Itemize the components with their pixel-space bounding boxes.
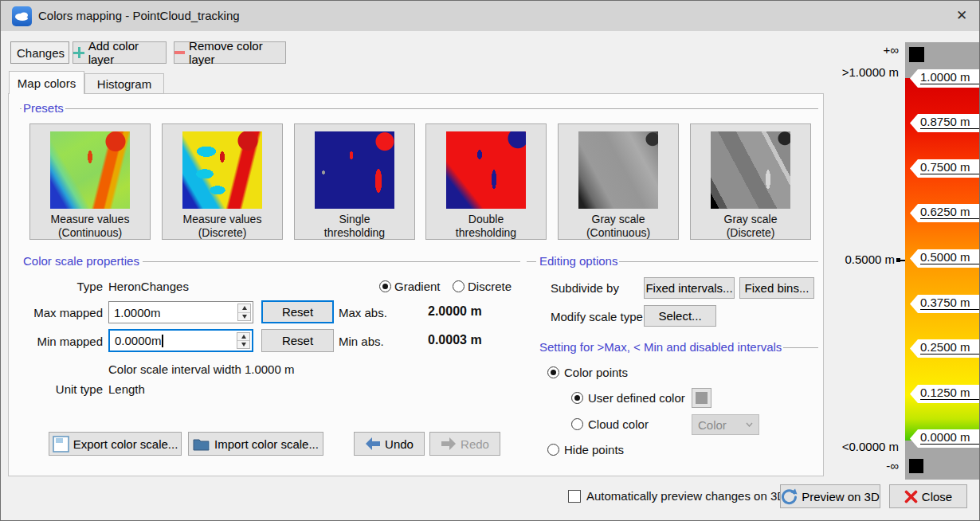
settings-group-label: Setting for >Max, < Min and disabled int… xyxy=(538,340,783,354)
subdivide-by-label: Subdivide by xyxy=(551,281,619,295)
scale-tick-0.1250[interactable]: 0.1250 m xyxy=(910,385,979,403)
min-mapped-value: 0.0000m xyxy=(115,334,161,347)
title-bar[interactable]: Colors mapping - PointCloud_tracking ✕ xyxy=(1,1,979,31)
scale-tick-label: 0.7500 m xyxy=(920,159,979,174)
scale-below-min-color-swatch[interactable] xyxy=(909,459,923,473)
max-abs-label: Max abs. xyxy=(339,306,387,319)
preset-single-thresholding[interactable]: Single thresholding xyxy=(294,123,415,240)
min-mapped-spinner[interactable] xyxy=(237,332,250,349)
min-abs-value: 0.0003 m xyxy=(428,333,482,347)
preset-thumbnail-measure-continuous xyxy=(50,131,130,209)
color-points-label: Color points xyxy=(564,366,628,379)
close-x-icon xyxy=(904,490,918,503)
unit-type-label: Unit type xyxy=(21,382,103,396)
tab-histogram[interactable]: Histogram xyxy=(84,73,164,94)
remove-color-layer-button[interactable]: Remove color layer xyxy=(174,41,286,64)
cloud-color-dropdown[interactable]: Color xyxy=(692,414,759,435)
cloud-color-label: Cloud color xyxy=(588,417,649,431)
properties-group-line xyxy=(143,261,520,262)
min-reset-button[interactable]: Reset xyxy=(261,329,334,352)
close-button-label: Close xyxy=(922,490,952,503)
changes-dropdown[interactable]: Changes xyxy=(10,41,69,64)
preset-caption: Gray scale xyxy=(691,213,810,225)
preset-measure-values-discrete[interactable]: Measure values (Discrete) xyxy=(162,123,283,240)
preview-on-3d-label: Preview on 3D xyxy=(802,490,880,503)
preview-on-3d-button[interactable]: Preview on 3D xyxy=(780,484,880,508)
scale-tick-0.0000[interactable]: 0.0000 m xyxy=(910,429,979,448)
scale-tick-label: 0.5000 m xyxy=(920,249,979,264)
scale-tick-0.7500[interactable]: 0.7500 m xyxy=(910,159,979,178)
discrete-radio-label: Discrete xyxy=(468,280,512,293)
preset-caption: thresholding xyxy=(426,226,546,239)
select-button[interactable]: Select... xyxy=(644,305,716,327)
auto-preview-label: Automatically preview changes on 3D xyxy=(586,489,786,503)
hide-points-radio[interactable] xyxy=(547,444,559,456)
spin-down-icon[interactable] xyxy=(238,313,250,321)
cloud-color-radio[interactable] xyxy=(571,418,583,430)
max-reset-button[interactable]: Reset xyxy=(261,300,334,323)
max-mapped-spinner[interactable] xyxy=(237,304,251,321)
close-button[interactable]: Close xyxy=(889,484,967,508)
spin-down-icon[interactable] xyxy=(237,341,249,348)
scale-above-max-color-swatch[interactable] xyxy=(909,47,924,62)
scale-tick-0.8750[interactable]: 0.8750 m xyxy=(910,114,979,132)
fixed-intervals-button[interactable]: Fixed intervals... xyxy=(644,277,735,299)
import-color-scale-button[interactable]: Import color scale... xyxy=(188,432,323,456)
preset-gray-scale-continuous[interactable]: Gray scale (Continuous) xyxy=(558,123,679,240)
min-abs-label: Min abs. xyxy=(339,335,384,348)
max-mapped-input[interactable]: 1.0000m xyxy=(108,301,253,323)
scale-tick-0.6250[interactable]: 0.6250 m xyxy=(910,204,979,222)
scale-tick-label: 0.8750 m xyxy=(920,114,979,129)
preset-caption: (Continuous) xyxy=(30,226,150,239)
auto-preview-checkbox[interactable] xyxy=(568,490,581,503)
tab-map-colors[interactable]: Map colors xyxy=(9,71,84,94)
import-label: Import color scale... xyxy=(214,437,319,451)
min-mapped-input[interactable]: 0.0000m xyxy=(108,329,253,352)
preset-double-thresholding[interactable]: Double thresholding xyxy=(425,123,547,240)
preset-caption: Measure values xyxy=(30,213,150,225)
user-defined-color-radio[interactable] xyxy=(571,392,583,404)
scale-tick-0.5000[interactable]: 0.5000 m xyxy=(910,249,979,268)
gradient-radio[interactable] xyxy=(379,280,391,292)
preset-caption: (Discrete) xyxy=(691,226,810,239)
color-points-radio[interactable] xyxy=(547,366,559,378)
preset-caption: Single xyxy=(295,213,414,225)
preset-thumbnail-gray-continuous xyxy=(578,131,658,209)
spin-up-icon[interactable] xyxy=(237,333,249,341)
window-close-icon[interactable]: ✕ xyxy=(944,1,979,31)
user-defined-color-swatch[interactable] xyxy=(692,388,711,408)
scale-tick-0.3750[interactable]: 0.3750 m xyxy=(910,295,979,313)
folder-icon xyxy=(193,437,210,452)
chevron-down-icon xyxy=(746,422,753,427)
redo-arrow-icon xyxy=(441,437,457,451)
redo-button[interactable]: Redo xyxy=(429,432,500,456)
interval-width-text: Color scale interval width 1.0000 m xyxy=(108,362,294,376)
preset-measure-values-continuous[interactable]: Measure values (Continuous) xyxy=(29,123,151,240)
scale-tick-label: 1.0000 m xyxy=(920,69,979,84)
redo-label: Redo xyxy=(461,437,489,451)
modify-scale-type-label: Modify scale type xyxy=(551,310,643,323)
discrete-radio[interactable] xyxy=(453,280,465,292)
scale-label-mid: 0.5000 m xyxy=(823,253,895,266)
scale-tick-label: 0.2500 m xyxy=(920,339,979,355)
undo-button[interactable]: Undo xyxy=(354,432,425,456)
scale-label-above-max: >1.0000 m xyxy=(811,65,899,79)
spin-up-icon[interactable] xyxy=(238,304,250,313)
scale-tick-0.2500[interactable]: 0.2500 m xyxy=(910,339,979,358)
preset-gray-scale-discrete[interactable]: Gray scale (Discrete) xyxy=(690,123,811,240)
scale-tick-1.0000[interactable]: 1.0000 m xyxy=(910,69,979,88)
save-floppy-icon xyxy=(53,436,69,452)
preset-caption: (Discrete) xyxy=(163,226,282,239)
scale-label-below-min: <0.0000 m xyxy=(811,440,899,453)
presets-group-line xyxy=(20,108,818,109)
editing-group-line-left xyxy=(527,261,536,262)
scale-tick-label: 0.1250 m xyxy=(920,385,979,400)
export-color-scale-button[interactable]: Export color scale... xyxy=(49,432,182,456)
editing-group-label: Editing options xyxy=(538,254,619,268)
preset-caption: (Continuous) xyxy=(559,226,678,239)
refresh-circular-arrow-icon xyxy=(781,488,798,505)
add-color-layer-button[interactable]: Add color layer xyxy=(73,41,167,64)
plus-icon xyxy=(73,47,84,58)
fixed-bins-button[interactable]: Fixed bins... xyxy=(739,277,814,299)
undo-arrow-icon xyxy=(365,437,381,451)
